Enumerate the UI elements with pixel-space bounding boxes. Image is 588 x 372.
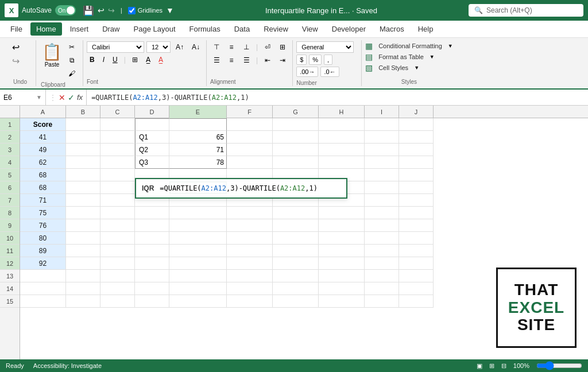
undo-button[interactable]: ↩	[9, 41, 22, 53]
cell-j9[interactable]	[399, 219, 434, 232]
col-header-c[interactable]: C	[100, 106, 135, 118]
cell-e8[interactable]	[169, 207, 227, 219]
cell-j8[interactable]	[399, 207, 434, 219]
cell-f10[interactable]	[227, 232, 273, 245]
cell-e11[interactable]	[169, 245, 227, 257]
row-num-1[interactable]: 1	[0, 118, 20, 131]
cell-g15[interactable]	[273, 295, 319, 308]
cell-c15[interactable]	[100, 295, 135, 308]
menu-home[interactable]: Home	[30, 22, 62, 36]
cell-c5[interactable]	[100, 169, 135, 181]
cell-e14[interactable]	[169, 282, 227, 295]
cell-b5[interactable]	[66, 169, 100, 181]
align-left-button[interactable]: ☰	[210, 55, 223, 66]
cell-d15[interactable]	[135, 295, 169, 308]
increase-font-button[interactable]: A↑	[173, 42, 187, 52]
cell-c8[interactable]	[100, 207, 135, 219]
cell-i12[interactable]	[365, 257, 399, 270]
cell-j13[interactable]	[399, 270, 434, 282]
col-header-d[interactable]: D	[135, 106, 169, 118]
row-num-12[interactable]: 12	[0, 257, 20, 270]
cell-h9[interactable]	[319, 219, 365, 232]
cell-f11[interactable]	[227, 245, 273, 257]
redo-icon-title[interactable]: ↪	[108, 6, 115, 15]
cell-h15[interactable]	[319, 295, 365, 308]
cell-d2[interactable]: Q1	[135, 131, 169, 144]
cell-h3[interactable]	[319, 144, 365, 156]
cell-g14[interactable]	[273, 282, 319, 295]
decrease-font-button[interactable]: A↓	[189, 42, 203, 52]
cell-i7[interactable]	[365, 194, 399, 207]
cell-j14[interactable]	[399, 282, 434, 295]
cell-e13[interactable]	[169, 270, 227, 282]
cell-j1[interactable]	[399, 118, 434, 131]
cell-f9[interactable]	[227, 219, 273, 232]
cell-j3[interactable]	[399, 144, 434, 156]
cell-g1[interactable]	[273, 118, 319, 131]
col-header-a[interactable]: A	[20, 106, 66, 118]
cut-button[interactable]: ✂	[65, 41, 78, 53]
redo-button[interactable]: ↪	[9, 55, 22, 67]
row-num-11[interactable]: 11	[0, 245, 20, 257]
cell-reference-box[interactable]: E6 ▼	[0, 90, 46, 105]
row-num-7[interactable]: 7	[0, 194, 20, 207]
cell-a8[interactable]: 75	[20, 207, 66, 219]
cell-e4[interactable]: 78	[169, 156, 227, 169]
cell-a9[interactable]: 76	[20, 219, 66, 232]
cell-a12[interactable]: 92	[20, 257, 66, 270]
menu-help[interactable]: Help	[412, 22, 439, 36]
menu-formulas[interactable]: Formulas	[184, 22, 226, 36]
border-button[interactable]: ⊞	[129, 55, 141, 65]
cell-b4[interactable]	[66, 156, 100, 169]
formula-confirm-button[interactable]: ✓	[68, 93, 75, 102]
cell-a4[interactable]: 62	[20, 156, 66, 169]
cell-j2[interactable]	[399, 131, 434, 144]
cell-i2[interactable]	[365, 131, 399, 144]
col-header-e[interactable]: E	[169, 106, 227, 118]
cell-i6[interactable]	[365, 181, 399, 194]
cell-g13[interactable]	[273, 270, 319, 282]
cell-a13[interactable]	[20, 270, 66, 282]
row-num-9[interactable]: 9	[0, 219, 20, 232]
col-header-f[interactable]: F	[227, 106, 273, 118]
cell-i5[interactable]	[365, 169, 399, 181]
cell-h12[interactable]	[319, 257, 365, 270]
cell-g8[interactable]	[273, 207, 319, 219]
cell-e9[interactable]	[169, 219, 227, 232]
cell-i3[interactable]	[365, 144, 399, 156]
cell-b12[interactable]	[66, 257, 100, 270]
cell-e3[interactable]: 71	[169, 144, 227, 156]
cell-e2[interactable]: 65	[169, 131, 227, 144]
col-header-h[interactable]: H	[319, 106, 365, 118]
cell-c1[interactable]	[100, 118, 135, 131]
cell-b9[interactable]	[66, 219, 100, 232]
cell-h13[interactable]	[319, 270, 365, 282]
cell-f2[interactable]	[227, 131, 273, 144]
increase-decimal-button[interactable]: .00→	[296, 67, 318, 77]
cell-f8[interactable]	[227, 207, 273, 219]
underline-button[interactable]: U	[110, 55, 121, 65]
cell-c13[interactable]	[100, 270, 135, 282]
cell-e1[interactable]	[169, 118, 227, 131]
formula-input[interactable]: =QUARTILE(A2:A12,3)-QUARTILE(A2:A12,1)	[87, 94, 588, 102]
cell-c11[interactable]	[100, 245, 135, 257]
cell-i1[interactable]	[365, 118, 399, 131]
col-header-j[interactable]: J	[399, 106, 434, 118]
cell-b3[interactable]	[66, 144, 100, 156]
align-right-button[interactable]: ☰	[240, 55, 253, 66]
dropdown-icon[interactable]: ▼	[166, 6, 174, 15]
cell-i15[interactable]	[365, 295, 399, 308]
cell-a1[interactable]: Score	[20, 118, 66, 131]
menu-macros[interactable]: Macros	[374, 22, 410, 36]
autosave-toggle[interactable]: On	[55, 5, 76, 16]
cell-h8[interactable]	[319, 207, 365, 219]
cell-h2[interactable]	[319, 131, 365, 144]
currency-button[interactable]: $	[296, 55, 307, 65]
row-num-3[interactable]: 3	[0, 144, 20, 156]
cell-b15[interactable]	[66, 295, 100, 308]
cell-a10[interactable]: 80	[20, 232, 66, 245]
cell-h11[interactable]	[319, 245, 365, 257]
row-num-13[interactable]: 13	[0, 270, 20, 282]
menu-insert[interactable]: Insert	[64, 22, 95, 36]
align-bottom-button[interactable]: ⊥	[240, 41, 253, 53]
